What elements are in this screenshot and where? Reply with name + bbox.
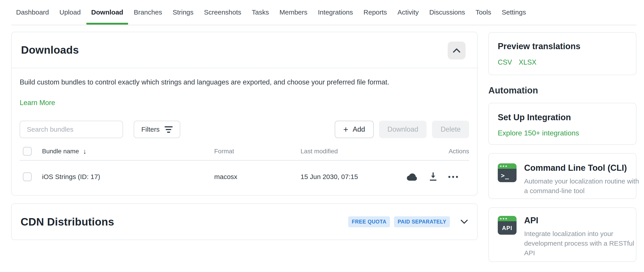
- nav-item-download[interactable]: Download: [91, 0, 123, 24]
- filters-button-label: Filters: [141, 126, 160, 133]
- bundle-format: macosx: [214, 173, 300, 181]
- badge-free-quota: FREE QUOTA: [348, 216, 390, 227]
- api-card[interactable]: API API Integrate localization into your…: [488, 207, 636, 262]
- row-actions: [406, 172, 469, 182]
- automation-heading: Automation: [488, 85, 538, 95]
- nav-item-tasks[interactable]: Tasks: [252, 0, 269, 24]
- column-bundle-name[interactable]: Bundle name: [42, 148, 79, 155]
- set-up-integration-card: Set Up Integration Explore 150+ integrat…: [488, 103, 636, 145]
- project-nav: Dashboard Upload Download Branches Strin…: [0, 0, 644, 24]
- cdn-badges: FREE QUOTA PAID SEPARATELY: [348, 216, 468, 227]
- learn-more-link[interactable]: Learn More: [20, 99, 55, 107]
- add-bundle-button[interactable]: + Add: [335, 121, 374, 138]
- cdn-distributions-panel: CDN Distributions FREE QUOTA PAID SEPARA…: [11, 203, 478, 240]
- search-bundles-input[interactable]: [20, 121, 123, 138]
- delete-button[interactable]: Delete: [432, 121, 469, 138]
- nav-item-members[interactable]: Members: [280, 0, 308, 24]
- download-icon[interactable]: [429, 172, 438, 182]
- explore-integrations-link[interactable]: Explore 150+ integrations: [498, 129, 579, 137]
- nav-item-activity[interactable]: Activity: [398, 0, 419, 24]
- panel-description: Build custom bundles to control exactly …: [20, 77, 469, 87]
- preview-links: CSV XLSX: [498, 58, 627, 66]
- table-row: iOS Strings (ID: 17) macosx 15 Jun 2030,…: [20, 161, 469, 193]
- downloads-page: Dashboard Upload Download Branches Strin…: [0, 0, 644, 272]
- chevron-down-icon: [460, 219, 468, 224]
- nav-item-upload[interactable]: Upload: [60, 0, 81, 24]
- bundle-name[interactable]: iOS Strings (ID: 17): [42, 173, 100, 181]
- cli-card-title: Command Line Tool (CLI): [524, 163, 640, 173]
- cli-card[interactable]: >_ Command Line Tool (CLI) Automate your…: [488, 153, 636, 199]
- bundle-last-modified: 15 Jun 2030, 07:15: [300, 173, 406, 181]
- api-card-description: Integrate localization into your develop…: [524, 229, 640, 258]
- api-icon: API: [498, 216, 516, 235]
- collapse-panel-button[interactable]: [448, 41, 466, 59]
- filter-icon: [164, 126, 173, 133]
- chevron-up-icon: [452, 48, 461, 53]
- toolbar-actions: + Add Download Delete: [335, 121, 469, 138]
- bundles-table: Bundle name ↓ Format Last modified Actio…: [20, 143, 469, 193]
- nav-item-branches[interactable]: Branches: [134, 0, 162, 24]
- page-title: Downloads: [21, 44, 79, 56]
- filters-button[interactable]: Filters: [134, 121, 180, 138]
- badge-paid-separately: PAID SEPARATELY: [394, 216, 450, 227]
- add-button-label: Add: [353, 125, 365, 133]
- nav-item-settings[interactable]: Settings: [502, 0, 526, 24]
- table-header: Bundle name ↓ Format Last modified Actio…: [20, 143, 469, 160]
- select-all-checkbox[interactable]: [23, 147, 32, 156]
- preview-translations-card: Preview translations CSV XLSX: [488, 32, 636, 75]
- terminal-icon: >_: [498, 163, 516, 182]
- download-button[interactable]: Download: [379, 121, 427, 138]
- nav-item-dashboard[interactable]: Dashboard: [16, 0, 49, 24]
- column-last-modified: Last modified: [300, 148, 448, 155]
- plus-icon: +: [343, 125, 348, 134]
- cloud-icon[interactable]: [406, 172, 418, 181]
- preview-translations-title: Preview translations: [498, 41, 627, 51]
- nav-divider: [11, 24, 636, 25]
- more-actions-ellipsis-icon[interactable]: [448, 176, 458, 178]
- api-card-title: API: [524, 216, 640, 225]
- csv-link[interactable]: CSV: [498, 58, 512, 66]
- sort-descending-icon[interactable]: ↓: [83, 147, 86, 156]
- nav-item-screenshots[interactable]: Screenshots: [204, 0, 241, 24]
- downloads-panel: Downloads Build custom bundles to contro…: [11, 32, 478, 196]
- column-actions: Actions: [448, 148, 469, 155]
- nav-item-strings[interactable]: Strings: [173, 0, 194, 24]
- cdn-title: CDN Distributions: [20, 216, 114, 228]
- downloads-panel-body: Build custom bundles to control exactly …: [12, 68, 477, 193]
- set-up-integration-title: Set Up Integration: [498, 113, 627, 122]
- column-format: Format: [214, 148, 300, 155]
- bundles-toolbar: Filters + Add Download Delete: [20, 121, 469, 138]
- cli-card-description: Automate your localization routine with …: [524, 176, 640, 196]
- nav-item-discussions[interactable]: Discussions: [429, 0, 465, 24]
- nav-item-reports[interactable]: Reports: [364, 0, 387, 24]
- nav-item-tools[interactable]: Tools: [476, 0, 491, 24]
- row-checkbox[interactable]: [23, 172, 32, 181]
- downloads-panel-header: Downloads: [12, 32, 477, 68]
- expand-cdn-button[interactable]: [460, 219, 468, 224]
- xlsx-link[interactable]: XLSX: [519, 58, 536, 66]
- nav-item-integrations[interactable]: Integrations: [318, 0, 353, 24]
